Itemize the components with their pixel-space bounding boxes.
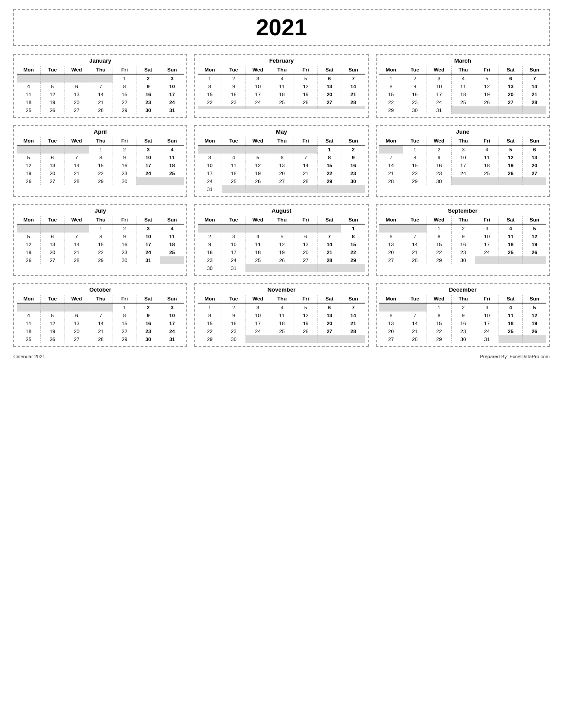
day-cell: 5: [522, 303, 546, 311]
day-cell: 3: [136, 224, 160, 233]
day-cell: 9: [427, 154, 451, 161]
calendar-grid: JanuaryMonTueWedThuFriSatSun123456789101…: [13, 54, 550, 347]
day-cell: 23: [222, 327, 246, 335]
day-cell: [198, 106, 222, 109]
day-header-wed: Wed: [246, 295, 270, 303]
day-cell: [294, 185, 317, 193]
day-cell: 23: [136, 327, 160, 335]
day-header-mon: Mon: [198, 137, 222, 145]
day-cell: 17: [222, 248, 246, 256]
day-header-thu: Thu: [451, 216, 475, 224]
day-cell: 18: [222, 169, 246, 177]
day-cell: 13: [379, 319, 403, 327]
day-cell: 17: [136, 161, 160, 169]
day-header-thu: Thu: [89, 137, 113, 145]
day-cell: 27: [317, 327, 341, 335]
day-cell: 10: [136, 154, 160, 161]
day-cell: 10: [136, 233, 160, 240]
day-cell: 2: [403, 74, 427, 83]
day-cell: 27: [294, 256, 317, 264]
day-header-fri: Fri: [294, 66, 317, 74]
day-cell: 16: [113, 240, 136, 248]
day-cell: 2: [222, 74, 246, 83]
day-cell: [475, 256, 499, 264]
day-cell: 26: [294, 98, 317, 106]
month-title-march: March: [379, 57, 546, 64]
day-cell: 17: [475, 319, 499, 327]
day-cell: 25: [499, 327, 523, 335]
month-block-september: SeptemberMonTueWedThuFriSatSun1234567891…: [376, 204, 550, 276]
day-cell: 6: [317, 74, 341, 83]
day-cell: 22: [89, 248, 113, 256]
day-cell: 10: [475, 233, 499, 240]
day-cell: 6: [317, 303, 341, 311]
day-cell: 12: [246, 161, 270, 169]
day-cell: [17, 145, 41, 154]
month-block-november: NovemberMonTueWedThuFriSatSun12345678910…: [194, 283, 368, 347]
day-cell: 28: [341, 327, 365, 335]
day-cell: 24: [475, 327, 499, 335]
day-cell: 12: [522, 233, 546, 240]
day-cell: 2: [136, 74, 160, 83]
day-header-sun: Sun: [341, 295, 365, 303]
day-cell: 19: [17, 169, 41, 177]
day-cell: [246, 264, 270, 272]
day-cell: 22: [317, 169, 341, 177]
day-cell: 2: [136, 303, 160, 311]
day-cell: 24: [451, 169, 475, 177]
day-cell: [294, 106, 317, 109]
day-cell: 7: [64, 233, 89, 240]
day-cell: 5: [246, 154, 270, 161]
day-cell: 6: [379, 311, 403, 319]
day-cell: [41, 74, 64, 83]
day-cell: 13: [270, 161, 294, 169]
day-cell: [136, 177, 160, 185]
day-cell: [17, 224, 41, 233]
day-cell: [499, 256, 523, 264]
day-cell: 8: [317, 154, 341, 161]
day-cell: 16: [341, 161, 365, 169]
day-cell: 13: [64, 319, 89, 327]
day-cell: 21: [341, 90, 365, 98]
day-cell: 26: [522, 248, 546, 256]
day-cell: 21: [89, 327, 113, 335]
day-cell: [41, 224, 64, 233]
day-cell: 16: [427, 161, 451, 169]
day-cell: 26: [499, 169, 523, 177]
day-cell: 21: [403, 248, 427, 256]
day-header-mon: Mon: [17, 137, 41, 145]
month-block-july: JulyMonTueWedThuFriSatSun123456789101112…: [13, 204, 187, 276]
day-header-mon: Mon: [17, 295, 41, 303]
day-cell: [379, 145, 403, 154]
day-cell: 19: [522, 240, 546, 248]
day-cell: 18: [246, 248, 270, 256]
month-block-february: FebruaryMonTueWedThuFriSatSun12345678910…: [194, 54, 368, 118]
day-cell: 1: [89, 145, 113, 154]
day-cell: 30: [136, 106, 160, 114]
day-cell: 9: [136, 83, 160, 90]
day-cell: 30: [427, 177, 451, 185]
day-cell: 25: [270, 327, 294, 335]
day-cell: 12: [294, 83, 317, 90]
day-cell: 30: [451, 256, 475, 264]
day-cell: 18: [160, 161, 184, 169]
day-cell: 25: [222, 177, 246, 185]
day-cell: 5: [17, 154, 41, 161]
day-cell: [246, 106, 270, 109]
day-cell: [403, 303, 427, 311]
day-cell: 16: [198, 248, 222, 256]
day-cell: [499, 335, 523, 343]
day-cell: 29: [427, 335, 451, 343]
month-block-august: AugustMonTueWedThuFriSatSun1234567891011…: [194, 204, 368, 276]
day-cell: 1: [198, 303, 222, 311]
day-header-sat: Sat: [136, 66, 160, 74]
footer: Calendar 2021 Prepared By: ExcelDataPro.…: [13, 354, 550, 359]
day-header-tue: Tue: [41, 66, 64, 74]
day-cell: 4: [222, 154, 246, 161]
day-cell: 27: [499, 98, 523, 106]
day-cell: 23: [427, 169, 451, 177]
day-cell: 9: [136, 311, 160, 319]
day-cell: 11: [160, 154, 184, 161]
day-cell: [294, 145, 317, 154]
month-table-may: MonTueWedThuFriSatSun1234567891011121314…: [198, 137, 365, 193]
